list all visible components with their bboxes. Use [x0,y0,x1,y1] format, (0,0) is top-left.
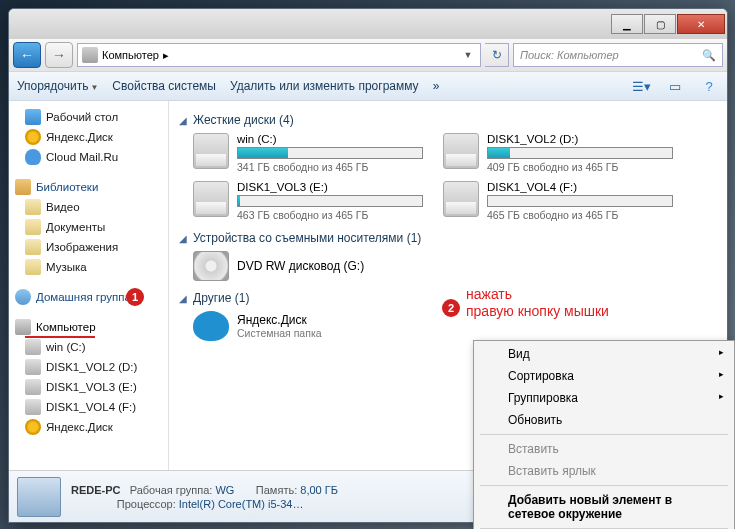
section-header-hdd[interactable]: ◢Жесткие диски (4) [179,113,717,127]
ctx-sort[interactable]: Сортировка▸ [476,365,732,387]
drive-label: DISK1_VOL4 (F:) [487,181,673,193]
drive-item[interactable]: DISK1_VOL2 (D:)409 ГБ свободно из 465 ГБ [443,133,673,173]
ctx-group[interactable]: Группировка▸ [476,387,732,409]
minimize-button[interactable]: ▁ [611,14,643,34]
drive-item[interactable]: win (C:)341 ГБ свободно из 465 ГБ [193,133,423,173]
annotation-badge-2: 2 [442,299,460,317]
toolbar: Упорядочить▼ Свойства системы Удалить ил… [9,71,727,101]
ctx-add-network-location[interactable]: Добавить новый элемент в сетевое окружен… [476,489,732,525]
breadcrumb-item[interactable]: Компьютер [102,49,159,61]
drive-icon [25,359,41,375]
drive-icon [25,379,41,395]
drive-capacity-bar [487,147,673,159]
drive-label: DISK1_VOL2 (D:) [487,133,673,145]
ctx-paste-shortcut: Вставить ярлык [476,460,732,482]
drive-icon [25,339,41,355]
drive-icon [443,181,479,217]
sidebar-item-drive-d[interactable]: DISK1_VOL2 (D:) [11,357,166,377]
yandexdisk-icon [25,129,41,145]
other-item-sublabel: Системная папка [237,327,322,339]
help-icon[interactable]: ? [699,76,719,96]
drive-icon [193,181,229,217]
computer-large-icon [17,477,61,517]
hostname: REDE-PC [71,484,121,496]
address-dropdown[interactable]: ▼ [460,50,476,60]
drive-label: win (C:) [237,133,423,145]
yandexdisk-icon [25,419,41,435]
sidebar-item-pictures[interactable]: Изображения [11,237,166,257]
sidebar-item-drive-f[interactable]: DISK1_VOL4 (F:) [11,397,166,417]
sidebar-item-drive-e[interactable]: DISK1_VOL3 (E:) [11,377,166,397]
titlebar: ▁ ▢ ✕ [9,9,727,39]
close-button[interactable]: ✕ [677,14,725,34]
dvd-icon [193,251,229,281]
drive-capacity-bar [487,195,673,207]
yandexdisk-icon [193,311,229,341]
preview-pane-icon[interactable]: ▭ [665,76,685,96]
annotation-badge-1: 1 [126,288,144,306]
search-placeholder: Поиск: Компьютер [520,49,619,61]
drive-free-text: 341 ГБ свободно из 465 ГБ [237,161,423,173]
sidebar-item-music[interactable]: Музыка [11,257,166,277]
context-menu: Вид▸ Сортировка▸ Группировка▸ Обновить В… [473,340,735,529]
sidebar-item-yandexdisk2[interactable]: Яндекс.Диск [11,417,166,437]
back-button[interactable]: ← [13,42,41,68]
address-bar[interactable]: Компьютер ▸ ▼ [77,43,481,67]
overflow-chevron[interactable]: » [433,79,440,93]
other-item-label: Яндекс.Диск [237,313,322,327]
cloud-icon [25,149,41,165]
breadcrumb-separator: ▸ [163,49,169,62]
drive-icon [443,133,479,169]
search-icon: 🔍 [702,49,716,62]
maximize-button[interactable]: ▢ [644,14,676,34]
drive-icon [193,133,229,169]
folder-icon [25,199,41,215]
drive-capacity-bar [237,147,423,159]
ctx-refresh[interactable]: Обновить [476,409,732,431]
navbar: ← → Компьютер ▸ ▼ ↻ Поиск: Компьютер 🔍 [9,39,727,71]
drive-free-text: 409 ГБ свободно из 465 ГБ [487,161,673,173]
computer-icon [82,47,98,63]
drive-item[interactable]: DISK1_VOL3 (E:)463 ГБ свободно из 465 ГБ [193,181,423,221]
libraries-icon [15,179,31,195]
sidebar-item-desktop[interactable]: Рабочий стол [11,107,166,127]
annotation-text: нажатьправую кнопку мышки [466,286,609,320]
drive-free-text: 465 ГБ свободно из 465 ГБ [487,209,673,221]
dvd-drive[interactable]: DVD RW дисковод (G:) [193,251,717,281]
drive-icon [25,399,41,415]
drive-free-text: 463 ГБ свободно из 465 ГБ [237,209,423,221]
folder-icon [25,239,41,255]
ctx-view[interactable]: Вид▸ [476,343,732,365]
sidebar-item-drive-c[interactable]: win (C:) [11,337,166,357]
computer-icon [15,319,31,335]
desktop-icon [25,109,41,125]
drive-label: DISK1_VOL3 (E:) [237,181,423,193]
dvd-label: DVD RW дисковод (G:) [237,259,364,273]
forward-button[interactable]: → [45,42,73,68]
refresh-button[interactable]: ↻ [485,43,509,67]
sidebar-item-cloudmail[interactable]: Cloud Mail.Ru [11,147,166,167]
section-header-removable[interactable]: ◢Устройства со съемными носителями (1) [179,231,717,245]
sidebar-nav: Рабочий стол Яндекс.Диск Cloud Mail.Ru Б… [9,101,169,470]
organize-menu[interactable]: Упорядочить▼ [17,79,98,93]
sidebar-item-documents[interactable]: Документы [11,217,166,237]
view-icon[interactable]: ☰▾ [631,76,651,96]
drive-capacity-bar [237,195,423,207]
sidebar-item-computer[interactable]: Компьютер [11,317,166,337]
homegroup-icon [15,289,31,305]
system-properties-button[interactable]: Свойства системы [112,79,216,93]
drive-item[interactable]: DISK1_VOL4 (F:)465 ГБ свободно из 465 ГБ [443,181,673,221]
folder-icon [25,259,41,275]
sidebar-item-libraries[interactable]: Библиотеки [11,177,166,197]
uninstall-button[interactable]: Удалить или изменить программу [230,79,419,93]
sidebar-item-video[interactable]: Видео [11,197,166,217]
sidebar-item-yandexdisk[interactable]: Яндекс.Диск [11,127,166,147]
search-input[interactable]: Поиск: Компьютер 🔍 [513,43,723,67]
folder-icon [25,219,41,235]
ctx-paste: Вставить [476,438,732,460]
